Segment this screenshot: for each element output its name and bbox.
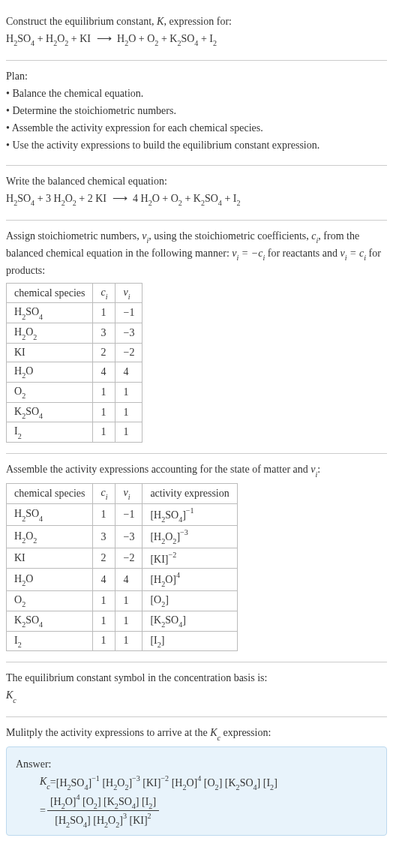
eq-rhs: H2O + O2 + K2SO4 + I2: [117, 33, 217, 44]
balanced-section: Write the balanced chemical equation: H2…: [6, 166, 387, 221]
stoich-section: Assign stoichiometric numbers, νi, using…: [6, 221, 387, 454]
arrow-icon: ⟶: [94, 33, 115, 44]
kc-symbol-section: The equilibrium constant symbol in the c…: [6, 662, 387, 717]
table-header-row: chemical species ci νi activity expressi…: [7, 484, 238, 504]
kc-expression-line2: = [H2O]4 [O2] [K2SO4] [I2] [H2SO4] [H2O2…: [40, 794, 377, 828]
answer-label: Answer:: [16, 756, 377, 772]
table-row: O211[O2]: [7, 590, 238, 611]
th-species: chemical species: [7, 283, 93, 303]
eq-lhs: H2SO4 + H2O2 + KI: [6, 33, 91, 44]
activity-section: Assemble the activity expressions accoun…: [6, 454, 387, 662]
table-row: K2SO411[K2SO4]: [7, 611, 238, 631]
table-row: H2SO41−1: [7, 303, 142, 323]
table-row: KI2−2: [7, 344, 142, 362]
rel2: νi = ci: [340, 248, 367, 259]
product-terms: [H2SO4]−1 [H2O2]−3 [KI]−2 [H2O]4 [O2] [K…: [56, 775, 278, 790]
balanced-equation: H2SO4 + 3 H2O2 + 2 KI ⟶ 4 H2O + O2 + K2S…: [6, 191, 387, 208]
stoich-table: chemical species ci νi H2SO41−1 H2O23−3 …: [6, 283, 142, 443]
kc-expression-line1: Kc = [H2SO4]−1 [H2O2]−3 [KI]−2 [H2O]4 [O…: [40, 775, 377, 790]
intro-text-a: Construct the equilibrium constant,: [6, 16, 157, 27]
final-section: Mulitply the activity expressions to arr…: [6, 717, 387, 846]
plan-bullet-3: • Assemble the activity expression for e…: [6, 120, 387, 136]
final-title: Mulitply the activity expressions to arr…: [6, 725, 387, 742]
table-row: I211: [7, 422, 142, 443]
balanced-rhs: 4 H2O + O2 + K2SO4 + I2: [133, 193, 240, 204]
table-row: H2O44[H2O]4: [7, 569, 238, 590]
th-ci: ci: [93, 283, 116, 303]
nu-i: νi: [142, 230, 148, 242]
balanced-lhs: H2SO4 + 3 H2O2 + 2 KI: [6, 193, 106, 204]
kc-line1: The equilibrium constant symbol in the c…: [6, 670, 387, 686]
intro-equation: H2SO4 + H2O2 + KI ⟶ H2O + O2 + K2SO4 + I…: [6, 31, 387, 48]
balanced-title: Write the balanced chemical equation:: [6, 173, 387, 189]
arrow-icon: ⟶: [110, 193, 130, 204]
table-row: H2O23−3: [7, 323, 142, 344]
answer-box: Answer: Kc = [H2SO4]−1 [H2O2]−3 [KI]−2 […: [6, 746, 387, 836]
activity-table: chemical species ci νi activity expressi…: [6, 483, 238, 651]
table-row: H2SO41−1[H2SO4]−1: [7, 503, 238, 525]
activity-title: Assemble the activity expressions accoun…: [6, 461, 387, 479]
table-row: H2O23−3[H2O2]−3: [7, 526, 238, 548]
intro-line1: Construct the equilibrium constant, K, e…: [6, 14, 387, 29]
kc-numerator: [H2O]4 [O2] [K2SO4] [I2]: [47, 794, 159, 811]
nu-i: νi: [310, 464, 317, 475]
table-row: K2SO411: [7, 402, 142, 422]
table-row: O211: [7, 382, 142, 402]
kc-symbol: Kc: [6, 687, 387, 704]
plan-section: Plan: • Balance the chemical equation. •…: [6, 61, 387, 166]
stoich-text: Assign stoichiometric numbers, νi, using…: [6, 228, 387, 278]
c-i: ci: [311, 230, 318, 242]
kc-denominator: [H2SO4] [H2O2]3 [KI]2: [47, 811, 159, 827]
table-row: KI2−2[KI]−2: [7, 548, 238, 569]
plan-bullet-1: • Balance the chemical equation.: [6, 86, 387, 101]
th-vi: νi: [116, 283, 142, 303]
table-row: H2O44: [7, 362, 142, 383]
plan-title: Plan:: [6, 68, 387, 84]
plan-bullet-2: • Determine the stoichiometric numbers.: [6, 103, 387, 119]
intro-section: Construct the equilibrium constant, K, e…: [6, 6, 387, 61]
k-symbol: K: [157, 16, 164, 27]
intro-text-b: , expression for:: [164, 16, 232, 27]
kc-fraction: [H2O]4 [O2] [K2SO4] [I2] [H2SO4] [H2O2]3…: [47, 794, 159, 828]
plan-bullet-4: • Use the activity expressions to build …: [6, 137, 387, 153]
table-header-row: chemical species ci νi: [7, 283, 142, 303]
rel1: νi = −ci: [232, 248, 265, 259]
table-row: I211[I2]: [7, 631, 238, 651]
